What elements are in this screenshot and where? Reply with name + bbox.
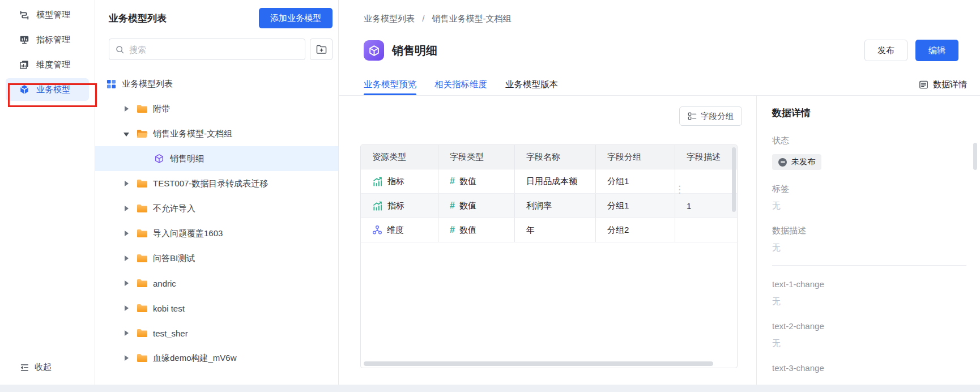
chevron-right-icon[interactable] <box>123 106 129 112</box>
detail-label: text-2-change <box>772 320 966 333</box>
chevron-right-icon[interactable] <box>123 255 129 261</box>
table-toolbar: 字段分组 <box>679 106 742 126</box>
tree-root-label: 业务模型列表 <box>122 79 173 90</box>
tree-item[interactable]: 销售业务模型-文档组 <box>95 121 338 146</box>
field-group-icon <box>688 112 697 121</box>
field-group-button[interactable]: 字段分组 <box>679 106 742 126</box>
table-row: 维度#数值年分组2 <box>361 218 737 242</box>
cube-icon <box>368 45 380 57</box>
sidebar-item-label: 维度管理 <box>36 59 70 70</box>
chevron-right-icon[interactable] <box>123 330 129 336</box>
collapse-icon <box>19 363 29 373</box>
folder-icon <box>137 279 148 288</box>
purple-cube-icon <box>154 154 164 164</box>
column-header: 字段分组 <box>596 145 675 169</box>
content-area: 字段分组 资源类型字段类型字段名称字段分组字段描述 指标#数值日用品成本额分组1… <box>339 96 980 392</box>
detail-list-icon <box>919 80 928 90</box>
chevron-right-icon[interactable] <box>123 206 129 211</box>
collapse-sidebar-button[interactable]: 收起 <box>19 362 52 373</box>
data-detail-toggle-label: 数据详情 <box>933 79 967 90</box>
search-box <box>109 39 305 60</box>
chevron-right-icon[interactable] <box>123 280 129 286</box>
page-scrollbar[interactable] <box>973 143 977 170</box>
add-folder-button[interactable] <box>310 39 333 60</box>
table-area: 字段分组 资源类型字段类型字段名称字段分组字段描述 指标#数值日用品成本额分组1… <box>339 96 756 392</box>
folder-icon <box>137 353 148 363</box>
search-row <box>109 39 333 60</box>
detail-value: 无 <box>772 337 966 350</box>
tree-item[interactable]: test_sher <box>95 321 338 346</box>
tree-folder-label: 问答BI测试 <box>153 253 195 264</box>
pipeline-icon <box>19 10 29 20</box>
folder-icon <box>137 304 148 313</box>
sidebar-item-metric-management[interactable]: 指标管理 <box>6 28 89 51</box>
tab-0[interactable]: 业务模型预览 <box>364 74 416 95</box>
field-type-cell: #数值 <box>438 169 515 193</box>
resource-type-cell: 指标 <box>361 194 438 218</box>
detail-sections: 状态未发布标签无数据描述无text-1-change无text-2-change… <box>772 134 966 374</box>
tree-item[interactable]: TEST007-数据目录转成表迁移 <box>95 171 338 196</box>
field-type-cell: #数值 <box>438 218 515 242</box>
tree-item[interactable]: andric <box>95 271 338 296</box>
share-nodes-icon <box>372 225 382 235</box>
tree-item[interactable]: kobi test <box>95 296 338 321</box>
folder-icon <box>137 104 148 113</box>
tab-1[interactable]: 相关指标维度 <box>434 74 487 95</box>
sidebar-item-label: 业务模型 <box>36 84 70 95</box>
search-input[interactable] <box>129 45 299 54</box>
chevron-right-icon[interactable] <box>123 231 129 236</box>
folder-icon <box>137 204 148 213</box>
cube-icon <box>19 84 29 95</box>
fields-table: 资源类型字段类型字段名称字段分组字段描述 指标#数值日用品成本额分组1指标#数值… <box>360 144 738 368</box>
folder-icon <box>137 254 148 263</box>
tree-item[interactable]: 业务模型列表 <box>95 71 338 96</box>
tree-item[interactable]: 血缘demo构建_mV6w <box>95 346 338 370</box>
tree-folder-label: kobi test <box>153 304 185 313</box>
folder-icon <box>137 179 148 188</box>
tree-item[interactable]: 附带 <box>95 96 338 121</box>
chevron-right-icon[interactable] <box>123 305 129 311</box>
publish-button[interactable]: 发布 <box>864 40 907 61</box>
tree-panel-header: 业务模型列表 添加业务模型 <box>95 0 338 28</box>
hash-icon: # <box>450 201 455 211</box>
chevron-down-icon[interactable] <box>123 131 129 137</box>
sidebar-item-dimension-management[interactable]: 维度管理 <box>6 53 89 76</box>
panel-resize-handle[interactable]: ⋮ <box>675 187 683 193</box>
tree-item[interactable]: 销售明细 <box>95 146 338 171</box>
hash-icon: # <box>450 225 455 235</box>
sidebar-item-model-management[interactable]: 模型管理 <box>6 3 89 26</box>
model-badge-icon <box>364 40 384 61</box>
breadcrumb-separator: / <box>422 14 424 23</box>
sidebar-item-label: 指标管理 <box>36 35 70 45</box>
chevron-right-icon[interactable] <box>123 181 129 186</box>
field-name-cell: 年 <box>515 218 596 242</box>
detail-panel-title: 数据详情 <box>772 106 966 120</box>
status-badge-label: 未发布 <box>791 157 815 167</box>
sidebar-item-business-model[interactable]: 业务模型 <box>6 78 89 101</box>
tree-folder-label: test_sher <box>153 329 188 338</box>
breadcrumb: 业务模型列表 / 销售业务模型-文档组 <box>364 14 512 24</box>
detail-value: 无 <box>772 241 966 254</box>
tree-folder-label: 导入问题覆盖1603 <box>153 228 223 239</box>
field-group-cell: 分组1 <box>596 169 675 193</box>
breadcrumb-current: 销售业务模型-文档组 <box>432 14 512 23</box>
data-detail-toggle[interactable]: 数据详情 <box>919 74 967 95</box>
table-vertical-scrollbar[interactable] <box>732 147 736 212</box>
tree-item[interactable]: 问答BI测试 <box>95 246 338 271</box>
column-header: 字段名称 <box>515 145 596 169</box>
tree-item[interactable]: 不允许导入 <box>95 196 338 221</box>
detail-label: text-3-change <box>772 362 966 374</box>
edit-button[interactable]: 编辑 <box>915 40 958 61</box>
detail-value: 无 <box>772 295 966 308</box>
detail-label: 标签 <box>772 182 966 195</box>
breadcrumb-root[interactable]: 业务模型列表 <box>364 14 415 23</box>
sidebar: 模型管理指标管理维度管理业务模型 收起 <box>0 0 95 392</box>
tab-2[interactable]: 业务模型版本 <box>505 74 558 95</box>
tree-folder-label: andric <box>153 279 176 288</box>
data-detail-panel: 数据详情 状态未发布标签无数据描述无text-1-change无text-2-c… <box>757 96 980 392</box>
table-horizontal-scrollbar[interactable] <box>364 361 713 366</box>
tree-item[interactable]: 导入问题覆盖1603 <box>95 221 338 246</box>
column-header: 资源类型 <box>361 145 438 169</box>
chevron-right-icon[interactable] <box>123 355 129 361</box>
add-model-button[interactable]: 添加业务模型 <box>259 8 333 28</box>
